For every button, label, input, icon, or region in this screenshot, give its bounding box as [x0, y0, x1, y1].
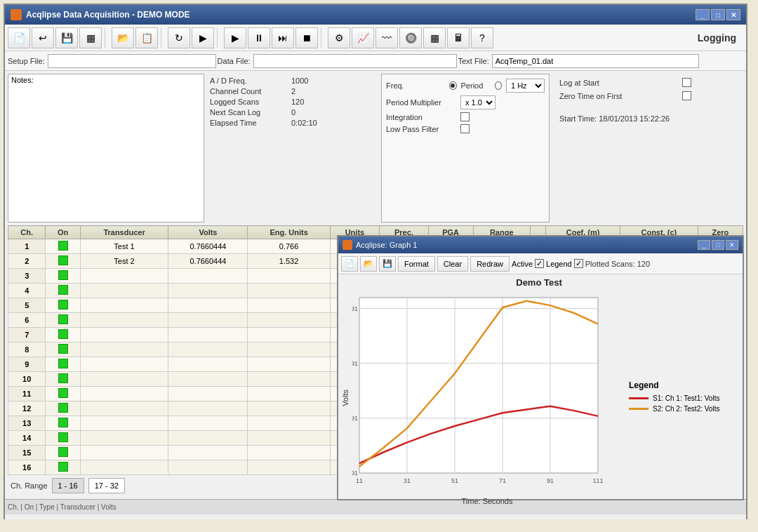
cell-transducer: Test 1: [80, 239, 168, 254]
cell-volts: [168, 269, 248, 284]
acq-settings: A / D Freq. 1000 Channel Count 2 Logged …: [207, 74, 375, 222]
graph-button[interactable]: 📈: [352, 27, 374, 48]
legend-item-s1: S1: Ch 1: Test1: Volts: [629, 394, 737, 402]
settings-button[interactable]: ⚙: [328, 27, 350, 48]
graph-toolbar: 📄 📂 💾 Format Clear Redraw Active ✓ Legen…: [338, 253, 743, 274]
cell-on: [46, 343, 80, 357]
period-mult-select[interactable]: x 1.0: [460, 95, 496, 109]
notes-label: Notes:: [8, 74, 204, 86]
close-button[interactable]: ✕: [726, 9, 740, 20]
logging-label: Logging: [698, 32, 743, 44]
cell-volts: [168, 401, 248, 416]
chart-button[interactable]: 〰: [375, 27, 398, 48]
legend-checkbox[interactable]: ✓: [574, 259, 583, 268]
format-button[interactable]: Format: [398, 256, 435, 272]
help-button[interactable]: ?: [471, 27, 493, 48]
ad-freq-row: A / D Freq. 1000: [210, 77, 373, 85]
svg-text:1.191: 1.191: [352, 360, 358, 367]
freq-period-row: Freq. Period 1 Hz 2 Hz 5 Hz 10 Hz: [386, 79, 545, 93]
range-1-16-button[interactable]: 1 - 16: [52, 478, 84, 493]
undo-button[interactable]: ↩: [32, 27, 54, 48]
calc-button[interactable]: 🖩: [447, 27, 470, 48]
log-at-start-checkbox[interactable]: [682, 78, 691, 87]
period-radio[interactable]: [495, 81, 502, 90]
refresh-button[interactable]: ↻: [168, 27, 190, 48]
save-button[interactable]: 💾: [55, 27, 78, 48]
low-pass-label: Low Pass Filter: [386, 125, 456, 133]
minimize-button[interactable]: _: [696, 9, 710, 20]
cell-transducer: [80, 313, 168, 328]
logged-scans-value: 120: [291, 98, 304, 106]
ch-range-label: Ch. Range: [11, 481, 48, 490]
clear-button[interactable]: Clear: [437, 256, 468, 272]
zero-time-row: Zero Time on First: [559, 91, 691, 100]
cell-ch: 8: [8, 343, 46, 357]
cell-ch: 12: [8, 401, 46, 416]
graph-close-button[interactable]: ✕: [726, 240, 738, 250]
cell-eng-units: [248, 357, 330, 372]
maximize-button[interactable]: □: [711, 9, 725, 20]
setup-row: Setup File: Data File: Text File:: [5, 51, 746, 71]
graph-title-controls: _ □ ✕: [698, 240, 738, 250]
cell-on: [46, 284, 80, 298]
text-file-input[interactable]: [492, 54, 699, 68]
cell-on: [46, 239, 80, 254]
setup-file-input[interactable]: [48, 54, 216, 68]
cell-eng-units: [248, 372, 330, 387]
active-control: Active ✓: [512, 259, 544, 268]
pause-button[interactable]: ⏸: [248, 27, 270, 48]
play-button[interactable]: ▶: [192, 27, 214, 48]
gauge-button[interactable]: 🔘: [399, 27, 422, 48]
cell-volts: [168, 460, 248, 475]
cell-volts: [168, 328, 248, 343]
channel-count-label: Channel Count: [210, 87, 287, 95]
cell-volts: 0.7660444: [168, 239, 248, 254]
freq-select[interactable]: 1 Hz 2 Hz 5 Hz 10 Hz: [506, 79, 545, 93]
cell-ch: 15: [8, 446, 46, 460]
cell-transducer: [80, 416, 168, 431]
toolbar-sep-2: [161, 28, 165, 48]
graph-minimize-button[interactable]: _: [698, 240, 710, 250]
freq-radio[interactable]: [449, 81, 456, 90]
active-label: Active: [512, 260, 533, 268]
elapsed-time-row: Elapsed Time 0:02:10: [210, 119, 373, 127]
integration-checkbox[interactable]: [460, 112, 470, 121]
stop-button[interactable]: ⏹: [295, 27, 318, 48]
graph-new-btn[interactable]: 📄: [341, 256, 358, 272]
cell-eng-units: 0.766: [248, 239, 330, 254]
next-scan-value: 0: [291, 108, 295, 117]
cell-volts: 0.7660444: [168, 254, 248, 269]
redraw-button[interactable]: Redraw: [470, 256, 510, 272]
y-axis-label: Volts: [341, 390, 350, 406]
cell-ch: 3: [8, 269, 46, 284]
cell-ch: 10: [8, 372, 46, 387]
zero-time-checkbox[interactable]: [682, 91, 691, 100]
cell-eng-units: [248, 328, 330, 343]
table-button[interactable]: ▦: [79, 27, 102, 48]
cell-transducer: [80, 431, 168, 446]
active-checkbox[interactable]: ✓: [535, 259, 544, 268]
graph-save-btn[interactable]: 💾: [379, 256, 396, 272]
open-button[interactable]: 📂: [112, 27, 134, 48]
range-17-32-button[interactable]: 17 - 32: [88, 478, 125, 493]
grid-button[interactable]: ▦: [423, 27, 446, 48]
graph-maximize-button[interactable]: □: [712, 240, 724, 250]
cell-transducer: [80, 284, 168, 298]
graph-open-btn[interactable]: 📂: [360, 256, 377, 272]
new-button[interactable]: 📄: [8, 27, 30, 48]
low-pass-checkbox[interactable]: [460, 124, 470, 133]
cell-eng-units: [248, 416, 330, 431]
skip-button[interactable]: ⏭: [272, 27, 294, 48]
legend-box: Legend S1: Ch 1: Test1: Volts S2: Ch 2: …: [625, 291, 737, 505]
integration-label: Integration: [386, 113, 456, 121]
data-file-input[interactable]: [253, 54, 457, 68]
setup-file-label: Setup File:: [8, 57, 45, 65]
export-button[interactable]: 📋: [135, 27, 158, 48]
cell-on: [46, 460, 80, 475]
freq-label: Freq.: [386, 81, 445, 90]
svg-text:31: 31: [404, 477, 411, 484]
cell-transducer: Test 2: [80, 254, 168, 269]
start-button[interactable]: ▶: [224, 27, 246, 48]
cell-eng-units: [248, 284, 330, 298]
app-icon: [11, 9, 22, 20]
